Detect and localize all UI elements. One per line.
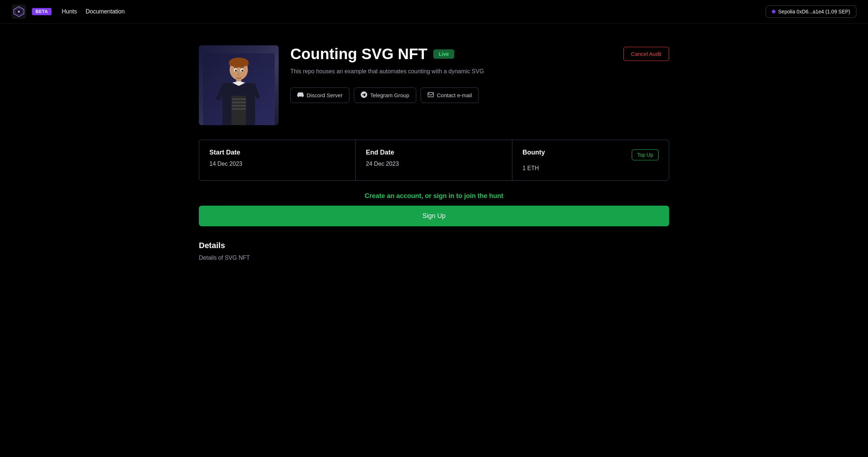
wallet-info[interactable]: Sepolia 0xD6...a1e4 (1.09 SEP)	[766, 5, 856, 18]
bounty-header: Bounty Top Up	[523, 149, 659, 161]
cta-text: Create an account, or sign in to join th…	[199, 192, 669, 200]
start-date-label: Start Date	[209, 149, 345, 156]
svg-rect-15	[232, 102, 246, 103]
stat-card-end-date: End Date 24 Dec 2023	[356, 140, 512, 180]
sign-up-button[interactable]: Sign Up	[199, 206, 669, 226]
email-icon	[427, 91, 434, 99]
stats-grid: Start Date 14 Dec 2023 End Date 24 Dec 2…	[199, 140, 669, 181]
details-section: Details Details of SVG NFT	[199, 241, 669, 261]
discord-server-label: Discord Server	[307, 92, 343, 98]
project-header: Counting SVG NFT Live This repo houses a…	[199, 45, 669, 125]
end-date-value: 24 Dec 2023	[366, 161, 501, 167]
stat-card-bounty: Bounty Top Up 1 ETH	[512, 140, 669, 180]
contact-email-label: Contact e-mail	[437, 92, 472, 98]
telegram-group-label: Telegram Group	[370, 92, 409, 98]
end-date-label: End Date	[366, 149, 501, 156]
svg-point-20	[235, 70, 237, 71]
live-badge: Live	[433, 49, 454, 59]
svg-rect-14	[232, 98, 246, 100]
navbar-left: BETA Hunts Documentation	[12, 4, 125, 19]
beta-badge: BETA	[32, 8, 52, 15]
nav-links: Hunts Documentation	[62, 8, 124, 15]
discord-icon	[297, 91, 304, 99]
wallet-dot-icon	[772, 10, 775, 13]
contact-email-button[interactable]: Contact e-mail	[421, 87, 479, 103]
stat-card-start-date: Start Date 14 Dec 2023	[199, 140, 356, 180]
telegram-icon	[361, 91, 367, 99]
top-up-button[interactable]: Top Up	[632, 149, 659, 160]
main-content: Counting SVG NFT Live This repo houses a…	[187, 24, 681, 276]
telegram-group-button[interactable]: Telegram Group	[354, 87, 416, 103]
svg-rect-17	[232, 108, 246, 110]
cta-section: Create an account, or sign in to join th…	[199, 192, 669, 226]
start-date-value: 14 Dec 2023	[209, 161, 345, 167]
project-header-right: Cancel Audit	[623, 45, 669, 61]
svg-rect-22	[428, 92, 433, 97]
nav-documentation[interactable]: Documentation	[86, 8, 125, 15]
svg-rect-16	[232, 105, 246, 107]
bounty-label: Bounty	[523, 149, 545, 156]
logo-icon[interactable]	[12, 4, 26, 19]
project-image-inner	[199, 45, 279, 125]
project-image	[199, 45, 279, 125]
wallet-text: Sepolia 0xD6...a1e4 (1.09 SEP)	[778, 9, 850, 15]
bounty-value: 1 ETH	[523, 165, 659, 172]
project-description: This repo houses an example that automat…	[290, 67, 612, 76]
navbar: BETA Hunts Documentation Sepolia 0xD6...…	[0, 0, 868, 24]
project-info: Counting SVG NFT Live This repo houses a…	[290, 45, 612, 103]
project-title-row: Counting SVG NFT Live	[290, 45, 612, 63]
project-links: Discord Server Telegram Group	[290, 87, 612, 103]
nav-hunts[interactable]: Hunts	[62, 8, 77, 15]
discord-server-button[interactable]: Discord Server	[290, 87, 349, 103]
svg-rect-13	[232, 96, 246, 125]
details-title: Details	[199, 241, 669, 250]
project-title: Counting SVG NFT	[290, 45, 427, 63]
svg-point-21	[241, 70, 243, 71]
cancel-audit-button[interactable]: Cancel Audit	[623, 47, 669, 61]
details-text: Details of SVG NFT	[199, 255, 669, 261]
project-figure-svg	[199, 53, 279, 125]
svg-point-1	[18, 11, 20, 13]
